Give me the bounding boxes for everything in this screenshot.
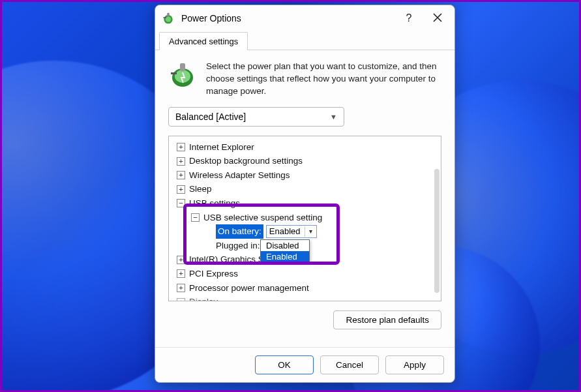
- tree-item-usb-selective-suspend[interactable]: − USB selective suspend setting: [171, 211, 438, 225]
- content-area: Select the power plan that you want to c…: [155, 50, 454, 347]
- on-battery-value-combo[interactable]: Enabled ▾: [266, 225, 317, 238]
- chevron-down-icon: ▼: [330, 113, 337, 121]
- tree-item-display[interactable]: + Display: [171, 295, 438, 301]
- help-icon: ?: [406, 12, 412, 24]
- expand-icon[interactable]: +: [177, 143, 185, 151]
- on-battery-label: On battery:: [216, 224, 263, 239]
- expand-icon[interactable]: +: [177, 256, 185, 264]
- expand-icon[interactable]: +: [177, 284, 185, 292]
- tab-advanced-settings[interactable]: Advanced settings: [159, 32, 248, 50]
- dialog-footer: OK Cancel Apply: [155, 347, 454, 382]
- intro-row: Select the power plan that you want to c…: [168, 61, 441, 98]
- power-plan-select[interactable]: Balanced [Active] ▼: [168, 107, 344, 127]
- svg-rect-6: [180, 63, 185, 71]
- close-button[interactable]: [423, 5, 452, 31]
- svg-point-1: [166, 17, 171, 22]
- tree-item-sleep[interactable]: + Sleep: [171, 182, 438, 196]
- tree-item-internet-explorer[interactable]: + Internet Explorer: [171, 140, 438, 155]
- power-options-dialog: Power Options ? Advanced settings: [155, 5, 455, 383]
- collapse-icon[interactable]: −: [177, 199, 185, 207]
- battery-plan-icon: [168, 61, 197, 89]
- expand-icon[interactable]: +: [177, 157, 185, 166]
- cancel-button[interactable]: Cancel: [320, 355, 379, 374]
- svg-rect-3: [164, 17, 166, 18]
- collapse-icon[interactable]: −: [191, 213, 200, 222]
- tree-item-usb-settings[interactable]: − USB settings: [171, 196, 438, 211]
- tab-bar: Advanced settings: [155, 31, 454, 50]
- settings-tree: + Internet Explorer + Desktop background…: [168, 136, 441, 301]
- svg-rect-2: [167, 13, 169, 17]
- power-options-icon: [162, 12, 175, 25]
- plugged-in-dropdown[interactable]: Disabled Enabled: [260, 239, 310, 263]
- expand-icon[interactable]: +: [177, 298, 185, 301]
- intro-text: Select the power plan that you want to c…: [206, 61, 441, 98]
- ok-button[interactable]: OK: [255, 355, 314, 374]
- svg-rect-7: [171, 72, 177, 74]
- tree-item-processor-power[interactable]: + Processor power management: [171, 281, 438, 295]
- tree-item-wireless-adapter[interactable]: + Wireless Adapter Settings: [171, 168, 438, 183]
- plugged-in-label: Plugged in:: [216, 239, 260, 253]
- tree-scrollbar[interactable]: [434, 169, 439, 293]
- help-button[interactable]: ?: [395, 5, 423, 31]
- tree-item-on-battery[interactable]: On battery: Enabled ▾: [171, 224, 438, 239]
- apply-button[interactable]: Apply: [385, 355, 444, 374]
- tree-item-desktop-background[interactable]: + Desktop background settings: [171, 154, 438, 168]
- dropdown-option-enabled[interactable]: Enabled: [261, 251, 309, 262]
- expand-icon[interactable]: +: [177, 171, 185, 179]
- chevron-down-icon: ▾: [305, 226, 316, 237]
- window-title: Power Options: [181, 13, 395, 23]
- power-plan-selected-label: Balanced [Active]: [175, 112, 246, 122]
- close-icon: [433, 13, 442, 24]
- on-battery-value: Enabled: [267, 225, 305, 239]
- expand-icon[interactable]: +: [177, 185, 185, 194]
- expand-icon[interactable]: +: [177, 269, 185, 278]
- restore-defaults-button[interactable]: Restore plan defaults: [333, 310, 441, 329]
- dropdown-option-disabled[interactable]: Disabled: [261, 240, 309, 251]
- tree-item-pci-express[interactable]: + PCI Express: [171, 267, 438, 281]
- titlebar: Power Options ?: [155, 5, 454, 31]
